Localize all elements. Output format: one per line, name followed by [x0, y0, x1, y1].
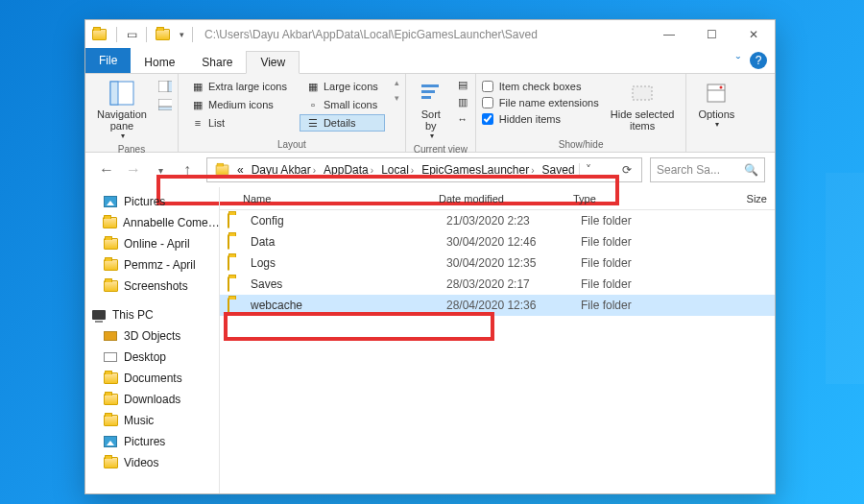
ribbon-tabs: File Home Share View ˇ ?	[85, 49, 775, 74]
sort-icon	[418, 80, 444, 107]
layout-small[interactable]: ▫Small icons	[300, 96, 385, 113]
tab-home[interactable]: Home	[131, 52, 188, 73]
chevron-down-icon: ▾	[430, 132, 434, 140]
table-row[interactable]: Logs 30/04/2020 12:35 File folder	[220, 252, 775, 274]
sidebar-item-pc-0[interactable]: 3D Objects	[85, 325, 219, 347]
qat-dropdown-icon[interactable]: ▾	[180, 30, 184, 39]
tab-file[interactable]: File	[85, 48, 131, 73]
search-placeholder: Search Sa...	[657, 163, 720, 177]
breadcrumb-root[interactable]	[211, 158, 233, 181]
add-columns-icon[interactable]: ▥	[456, 95, 469, 108]
layout-list[interactable]: ≡List	[184, 114, 294, 132]
layout-medium[interactable]: ▦Medium icons	[184, 96, 294, 113]
size-columns-icon[interactable]: ↔	[456, 112, 469, 126]
sidebar-item-thispc[interactable]: This PC	[85, 304, 219, 325]
address-dropdown-icon[interactable]: ˅	[579, 163, 597, 177]
folder-icon	[103, 257, 118, 273]
title-bar[interactable]: ▭ ▾ C:\Users\Dayu Akbar\AppData\Local\Ep…	[85, 20, 775, 49]
nav-arrows: ← → ▾ ↑	[95, 158, 199, 181]
address-row: ← → ▾ ↑ « Dayu Akbar› AppData› Local› Ep…	[85, 153, 775, 187]
up-button[interactable]: ↑	[176, 158, 199, 181]
maximize-button[interactable]: ☐	[690, 20, 732, 49]
file-extensions-toggle[interactable]: File name extensions	[482, 96, 599, 109]
svg-point-12	[720, 86, 723, 89]
folder-icon	[103, 371, 118, 386]
scroll-up-icon[interactable]: ▴	[395, 78, 399, 87]
qat-folder-icon[interactable]	[155, 27, 170, 42]
recent-locations-button[interactable]: ▾	[149, 158, 172, 181]
xl-icon: ▦	[191, 80, 204, 93]
svg-rect-5	[158, 107, 172, 110]
back-button[interactable]: ←	[95, 158, 118, 181]
close-button[interactable]: ✕	[732, 20, 775, 49]
col-date[interactable]: Date modified	[431, 193, 565, 204]
layout-extra-large[interactable]: ▦Extra large icons	[184, 78, 294, 95]
collapse-ribbon-icon[interactable]: ˇ	[727, 51, 750, 73]
table-row[interactable]: webcache 28/04/2020 12:36 File folder	[220, 295, 775, 316]
sidebar-item-pc-4[interactable]: Music	[85, 410, 219, 431]
search-input[interactable]: Search Sa... 🔍	[650, 157, 765, 182]
table-row[interactable]: Saves 28/03/2020 2:17 File folder	[220, 274, 775, 295]
refresh-icon[interactable]: ⟳	[616, 163, 637, 177]
sidebar-item-quick-4[interactable]: Screenshots	[85, 276, 219, 297]
column-headers: Name Date modified Type Size	[220, 187, 775, 210]
navigation-sidebar[interactable]: PicturesAnnabelle Come…Online - AprilPem…	[85, 187, 220, 493]
sidebar-item-pc-5[interactable]: Pictures	[85, 431, 219, 452]
search-icon: 🔍	[744, 163, 758, 177]
tab-view[interactable]: View	[246, 51, 300, 74]
folder-icon	[228, 256, 243, 270]
table-row[interactable]: Config 21/03/2020 2:23 File folder	[220, 210, 775, 231]
lg-icon: ▦	[306, 80, 320, 93]
layout-large[interactable]: ▦Large icons	[300, 78, 385, 95]
sidebar-item-pc-1[interactable]: Desktop	[85, 347, 219, 368]
folder-icon	[103, 278, 118, 294]
navigation-pane-button[interactable]: Navigation pane ▾	[91, 78, 153, 142]
details-pane-icon[interactable]	[158, 98, 172, 111]
breadcrumb-seg-0[interactable]: Dayu Akbar›	[248, 158, 320, 181]
chevron-down-icon: ▾	[715, 120, 719, 129]
col-size[interactable]: Size	[661, 193, 775, 204]
svg-rect-1	[110, 82, 118, 105]
group-by-icon[interactable]: ▤	[456, 78, 469, 91]
col-type[interactable]: Type	[565, 193, 661, 204]
folder-icon	[91, 27, 107, 42]
folder-icon	[228, 214, 243, 228]
navigation-pane-icon	[108, 80, 135, 107]
breadcrumb-seg-4[interactable]: Saved	[539, 158, 579, 181]
sidebar-item-quick-3[interactable]: Pemmz - April	[85, 254, 219, 276]
minimize-button[interactable]: ―	[648, 20, 690, 49]
pic-icon	[103, 434, 118, 449]
svg-rect-3	[168, 81, 172, 92]
breadcrumb-seg-1[interactable]: AppData›	[320, 158, 377, 181]
breadcrumb-seg-3[interactable]: EpicGamesLauncher›	[418, 158, 538, 181]
md-icon: ▦	[191, 98, 204, 111]
sidebar-item-quick-2[interactable]: Online - April	[85, 233, 219, 254]
sidebar-item-quick-0[interactable]: Pictures	[85, 191, 219, 212]
item-checkboxes-toggle[interactable]: Item check boxes	[482, 80, 599, 93]
tab-share[interactable]: Share	[188, 52, 246, 73]
hidden-items-toggle[interactable]: Hidden items	[482, 112, 599, 126]
folder-icon	[228, 299, 243, 312]
sidebar-item-quick-1[interactable]: Annabelle Come…	[85, 212, 219, 233]
help-icon[interactable]: ?	[750, 52, 767, 69]
sidebar-item-pc-2[interactable]: Documents	[85, 368, 219, 389]
breadcrumb-overflow[interactable]: «	[233, 158, 248, 181]
breadcrumb-seg-2[interactable]: Local›	[377, 158, 418, 181]
scroll-down-icon[interactable]: ▾	[395, 93, 399, 103]
layout-details[interactable]: ☰Details	[300, 114, 385, 132]
pic-icon	[103, 194, 118, 209]
address-bar[interactable]: « Dayu Akbar› AppData› Local› EpicGamesL…	[206, 157, 642, 182]
options-icon	[703, 80, 730, 107]
sidebar-item-pc-3[interactable]: Downloads	[85, 389, 219, 410]
sort-by-button[interactable]: Sort by ▾	[412, 78, 450, 142]
qat-properties-icon[interactable]: ▭	[125, 28, 138, 41]
hide-selected-button[interactable]: Hide selected items	[605, 78, 681, 133]
col-name[interactable]: Name	[220, 193, 431, 204]
forward-button[interactable]: →	[122, 158, 145, 181]
folder-icon	[103, 215, 117, 230]
table-row[interactable]: Data 30/04/2020 12:46 File folder	[220, 231, 775, 252]
options-button[interactable]: Options ▾	[692, 78, 740, 131]
preview-pane-icon[interactable]	[158, 80, 172, 93]
sidebar-item-pc-6[interactable]: Videos	[85, 452, 219, 473]
pc-icon	[91, 307, 107, 323]
